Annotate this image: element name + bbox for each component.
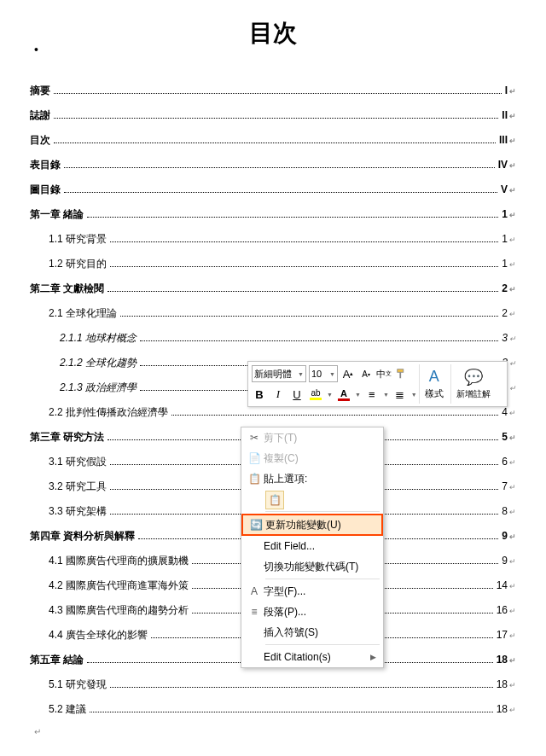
shrink-font-button[interactable]: A▾ [358,365,374,382]
toc-page-number: 4 [502,406,508,418]
menu-font[interactable]: A 字型(F)... [241,581,383,602]
format-painter-button[interactable] [394,365,410,382]
toc-label: 2.1 全球化理論 [49,306,117,321]
font-name-select[interactable]: 新細明體 ▼ [252,365,306,382]
chevron-down-icon[interactable]: ▼ [355,392,361,398]
chevron-down-icon[interactable]: ▼ [383,392,389,398]
paragraph-mark-icon: ↵ [509,483,516,491]
toc-line[interactable]: 2.1.1 地球村概念3↵ [30,331,516,346]
paragraph-icon: ≡ [245,606,264,618]
end-paragraph-mark: ↵ [34,727,529,736]
toc-line[interactable]: 圖目錄V↵ [30,183,516,197]
toc-line[interactable]: 5.2 建議18↵ [30,702,516,717]
toc-label: 5.1 研究發現 [49,677,107,692]
menu-cut[interactable]: ✂ 剪下(T) [241,427,383,448]
paragraph-mark-icon: ↵ [509,656,516,665]
menu-edit-field-label: Edit Field... [264,540,376,552]
underline-button[interactable]: U [289,386,305,403]
toc-page-number: III [499,134,508,146]
paragraph-mark-icon: ↵ [509,458,516,467]
menu-separator [265,644,380,645]
menu-update-field[interactable]: 🔄 更新功能變數(U) [241,514,383,536]
toc-line[interactable]: 表目錄IV↵ [30,158,516,172]
menu-toggle-field-codes[interactable]: 切換功能變數代碼(T) [241,556,383,577]
grow-font-button[interactable]: A▴ [340,365,356,382]
font-color-button[interactable]: A [336,386,351,403]
toc-line[interactable]: 2.2 批判性傳播政治經濟學4↵ [30,405,516,420]
paragraph-mark-icon: ↵ [509,161,516,170]
menu-toggle-codes-label: 切換功能變數代碼(T) [264,560,376,574]
toc-page-number: 1 [502,233,508,245]
menu-edit-citations[interactable]: Edit Citation(s) ▶ [241,647,383,667]
toc-label: 2.1.1 地球村概念 [60,331,136,346]
toc-label: 4.2 國際廣告代理商進軍海外策 [49,579,189,593]
toc-label: 2.1.3 政治經濟學 [60,381,136,395]
phonetic-guide-button[interactable]: 中文 [376,365,392,382]
chevron-down-icon: ▼ [298,371,304,377]
toc-line[interactable]: 誌謝II↵ [30,108,516,123]
menu-update-field-label: 更新功能變數(U) [265,518,375,532]
toc-page-number: II [502,109,508,121]
new-comment-button[interactable]: 💬 新增註解 [450,364,496,404]
toc-line[interactable]: 5.1 研究發現18↵ [30,677,516,692]
menu-symbol-label: 插入符號(S) [264,625,376,640]
menu-paragraph[interactable]: ≡ 段落(P)... [241,602,383,622]
comment-icon: 💬 [464,368,483,387]
toc-leader-dots [54,142,496,143]
italic-button[interactable]: I [270,386,286,403]
toc-line[interactable]: 第一章 緒論1↵ [30,207,516,222]
toc-label: 4.3 國際廣告代理商的趨勢分析 [49,603,189,618]
toc-leader-dots [64,192,497,193]
chevron-down-icon: ▼ [329,371,335,377]
svg-rect-0 [398,369,404,373]
font-name-value: 新細明體 [254,368,292,381]
toc-leader-dots [87,217,498,218]
toc-label: 1.2 研究目的 [49,257,107,271]
menu-copy[interactable]: 📄 複製(C) [241,448,383,468]
numbered-list-button[interactable]: ≣ [392,386,408,403]
highlight-color-button[interactable]: ab [308,386,323,403]
styles-button[interactable]: A 樣式 [419,364,449,404]
toc-line[interactable]: 1.1 研究背景1↵ [30,232,516,247]
chevron-down-icon[interactable]: ▼ [327,392,333,398]
menu-insert-symbol[interactable]: 插入符號(S) [241,622,383,643]
update-field-icon: 🔄 [247,519,265,531]
paragraph-mark-icon: ↵ [509,532,516,541]
chevron-down-icon[interactable]: ▼ [411,392,417,398]
bullet-list-button[interactable]: ≡ [364,386,380,403]
toc-line[interactable]: 1.2 研究目的1↵ [30,257,516,271]
toc-label: 圖目錄 [30,183,61,197]
menu-citations-label: Edit Citation(s) [264,651,370,663]
toc-label: 誌謝 [30,108,50,123]
paste-keep-formatting[interactable]: 📋 [265,491,284,509]
svg-rect-1 [399,372,401,378]
toc-line[interactable]: 摘要I↵ [30,84,516,98]
paragraph-mark-icon: ↵ [509,236,516,244]
toc-page-number: 8 [502,505,508,517]
paragraph-mark-icon: ↵ [509,631,516,640]
paragraph-mark-icon: ↵ [509,334,516,343]
toc-line[interactable]: 目次III↵ [30,133,516,148]
font-size-select[interactable]: 10 ▼ [309,365,338,382]
toc-leader-dots [120,316,498,317]
menu-edit-field[interactable]: Edit Field... [241,536,383,556]
toc-leader-dots [54,93,502,94]
menu-font-label: 字型(F)... [264,584,376,599]
toc-label: 3.1 研究假設 [49,455,107,469]
toc-line[interactable]: 2.1 全球化理論2↵ [30,306,516,321]
paragraph-mark-icon: ↵ [509,87,516,96]
paragraph-mark: • [34,43,38,56]
scissors-icon: ✂ [245,432,264,444]
paragraph-mark-icon: ↵ [509,186,516,195]
toc-line[interactable]: 第二章 文獻檢閱2↵ [30,282,516,296]
toc-label: 2.1.2 全球化趨勢 [60,356,136,370]
menu-cut-label: 剪下(T) [264,431,376,445]
paragraph-mark-icon: ↵ [509,285,516,294]
toc-leader-dots [64,167,495,168]
paragraph-mark-icon: ↵ [509,310,516,318]
paragraph-mark-icon: ↵ [509,557,516,566]
toc-page-number: 2 [502,282,508,294]
bold-button[interactable]: B [252,386,267,403]
toc-leader-dots [107,291,498,292]
paragraph-mark-icon: ↵ [509,508,516,516]
